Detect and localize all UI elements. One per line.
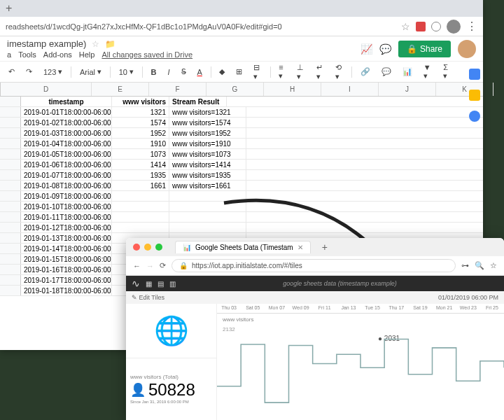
strike-icon[interactable]: S̶ xyxy=(178,66,189,78)
menu-a[interactable]: a xyxy=(7,50,11,59)
rotate-icon[interactable]: ⟲ ▾ xyxy=(332,62,346,83)
person-icon: 👤 xyxy=(130,382,146,398)
dashboard-title: google sheets data (timestamp example) xyxy=(181,280,498,287)
functions-icon[interactable]: Σ ▾ xyxy=(440,62,453,82)
col-h[interactable]: H xyxy=(264,83,321,96)
table-row[interactable]: 2019-01-06T18:00:00-06:001414www visitor… xyxy=(0,160,483,170)
col-j[interactable]: J xyxy=(379,83,436,96)
table-row[interactable]: 2019-01-01T18:00:00-06:001321www visitor… xyxy=(0,107,483,118)
comment-icon[interactable]: 💬 xyxy=(379,43,391,55)
max-dot[interactable] xyxy=(155,244,162,251)
browser-tab[interactable]: 📊 Google Sheets Data (Timestam ✕ xyxy=(175,241,311,253)
save-status[interactable]: All changes saved in Drive xyxy=(102,50,192,59)
user-avatar[interactable] xyxy=(458,40,476,58)
app-bar: ∿ ▦ ▤ ▥ google sheets data (timestamp ex… xyxy=(126,276,504,291)
avatar-icon[interactable] xyxy=(447,20,461,34)
star-icon-2[interactable]: ☆ xyxy=(490,261,497,270)
dashboard-body: 🌐 www visitors (Total) 👤 50828 Since Jan… xyxy=(126,304,504,420)
menu-tools[interactable]: Tools xyxy=(18,50,36,59)
italic-icon[interactable]: I xyxy=(164,66,172,78)
gmail-icon[interactable] xyxy=(416,22,426,31)
size-select[interactable]: 10 ▾ xyxy=(116,66,136,78)
wrap-icon[interactable]: ↵ ▾ xyxy=(314,62,327,83)
comment-add-icon[interactable]: 💬 xyxy=(379,66,394,78)
url-field[interactable]: 🔒 https://iot.app.initialstate.com/#/til… xyxy=(172,259,456,272)
sheets-titlebar: imestamp example) ☆ 📁 a Tools Add-ons He… xyxy=(0,36,483,62)
url-text[interactable]: readsheets/d/1wcdQg-jtG4n27xJxcHfMx-QF1d… xyxy=(6,22,396,31)
url-bar-2: ← → ⟳ 🔒 https://iot.app.initialstate.com… xyxy=(126,256,504,276)
profile-switch-icon[interactable] xyxy=(431,22,441,31)
zoom-select[interactable]: 123 ▾ xyxy=(41,66,65,78)
star-icon[interactable]: ☆ xyxy=(401,21,410,32)
menu-help[interactable]: Help xyxy=(79,50,95,59)
back-icon[interactable]: ← xyxy=(133,262,141,270)
col-e[interactable]: E xyxy=(92,83,149,96)
table-row[interactable]: 2019-01-11T18:00:00-06:00 xyxy=(0,212,483,223)
menu-dots-icon[interactable]: ⋮ xyxy=(466,20,477,33)
reload-icon[interactable]: ⟳ xyxy=(160,261,166,270)
link-icon[interactable]: 🔗 xyxy=(358,66,373,78)
menu-bar: a Tools Add-ons Help All changes saved i… xyxy=(7,50,352,59)
keep-icon[interactable] xyxy=(469,90,480,101)
logo-icon[interactable]: ∿ xyxy=(132,278,140,289)
table-row[interactable]: 2019-01-12T18:00:00-06:00 xyxy=(0,223,483,233)
calendar-icon[interactable] xyxy=(469,69,480,80)
tasks-icon[interactable] xyxy=(469,111,480,122)
total-since: Since Jan 31, 2019 6:00:00 PM xyxy=(130,400,212,404)
min-dot[interactable] xyxy=(144,244,151,251)
table-row[interactable]: 2019-01-10T18:00:00-06:00 xyxy=(0,202,483,212)
toolbar: ↶ ↷ 123 ▾ Arial ▾ 10 ▾ B I S̶ A ◆ ⊞ ⊟ ▾ … xyxy=(0,62,483,83)
star-doc-icon[interactable]: ☆ xyxy=(92,39,99,49)
table-row[interactable]: 2019-01-09T18:00:00-06:00 xyxy=(0,191,483,202)
table-row[interactable]: 2019-01-05T18:00:00-06:001073www visitor… xyxy=(0,149,483,160)
col-d[interactable]: D xyxy=(1,83,92,96)
tab-close-icon[interactable]: ✕ xyxy=(298,244,303,251)
new-tab-button-2[interactable]: + xyxy=(322,241,328,253)
valign-icon[interactable]: ⊥ ▾ xyxy=(294,62,308,83)
halign-icon[interactable]: ≡ ▾ xyxy=(276,62,288,82)
font-select[interactable]: Arial ▾ xyxy=(77,66,104,78)
chart-icon[interactable]: 📊 xyxy=(400,66,415,78)
undo-icon[interactable]: ↶ xyxy=(6,66,18,78)
key-icon[interactable]: ⊶ xyxy=(461,261,469,270)
total-value: 50828 xyxy=(148,380,195,400)
total-label: www visitors (Total) xyxy=(130,374,212,380)
globe-tile[interactable]: 🌐 xyxy=(126,304,216,358)
edit-tiles-button[interactable]: ✎ Edit Tiles xyxy=(132,294,164,301)
chart-view-icon[interactable]: ▥ xyxy=(169,280,176,288)
redo-icon[interactable]: ↷ xyxy=(23,66,35,78)
list-icon[interactable]: ▤ xyxy=(158,280,164,288)
dashboard-window: 📊 Google Sheets Data (Timestam ✕ + ← → ⟳… xyxy=(126,238,504,420)
activity-icon[interactable]: 📈 xyxy=(360,43,372,55)
grid-icon[interactable]: ▦ xyxy=(146,280,152,288)
col-k[interactable]: K xyxy=(436,83,493,96)
table-row[interactable]: 2019-01-08T18:00:00-06:001661www visitor… xyxy=(0,181,483,191)
forward-icon[interactable]: → xyxy=(146,262,154,270)
table-row[interactable]: 2019-01-04T18:00:00-06:001910www visitor… xyxy=(0,139,483,149)
table-row[interactable]: 2019-01-02T18:00:00-06:001574www visitor… xyxy=(0,118,483,128)
new-tab-button[interactable]: + xyxy=(6,2,12,15)
col-i[interactable]: I xyxy=(321,83,379,96)
bold-icon[interactable]: B xyxy=(148,66,160,78)
filter-icon[interactable]: ▼ ▾ xyxy=(421,62,435,82)
folder-icon[interactable]: 📁 xyxy=(105,39,115,49)
table-row[interactable]: 2019-01-03T18:00:00-06:001952www visitor… xyxy=(0,128,483,139)
menu-addons[interactable]: Add-ons xyxy=(43,50,72,59)
mac-titlebar: 📊 Google Sheets Data (Timestam ✕ + xyxy=(126,238,504,256)
textcolor-icon[interactable]: A xyxy=(195,66,205,78)
tab-favicon-icon: 📊 xyxy=(183,244,191,251)
url-bar: readsheets/d/1wcdQg-jtG4n27xJxcHfMx-QF1d… xyxy=(0,17,483,36)
col-f[interactable]: F xyxy=(149,83,206,96)
doc-title[interactable]: imestamp example) xyxy=(7,38,86,49)
fill-icon[interactable]: ◆ xyxy=(216,66,227,78)
dashboard-date: 01/01/2019 06:00 PM xyxy=(438,294,498,301)
borders-icon[interactable]: ⊞ xyxy=(233,66,245,78)
search-icon[interactable]: 🔍 xyxy=(475,261,484,270)
table-row[interactable]: 2019-01-07T18:00:00-06:001935www visitor… xyxy=(0,170,483,181)
merge-icon[interactable]: ⊟ ▾ xyxy=(251,62,264,83)
share-button[interactable]: 🔒Share xyxy=(398,41,451,57)
chart-tile[interactable]: Thu 03Sat 05Mon 07Wed 09Fri 11Jan 13Tue … xyxy=(217,304,504,420)
col-g[interactable]: G xyxy=(206,83,264,96)
total-tile[interactable]: www visitors (Total) 👤 50828 Since Jan 3… xyxy=(126,358,216,421)
close-dot[interactable] xyxy=(133,244,140,251)
